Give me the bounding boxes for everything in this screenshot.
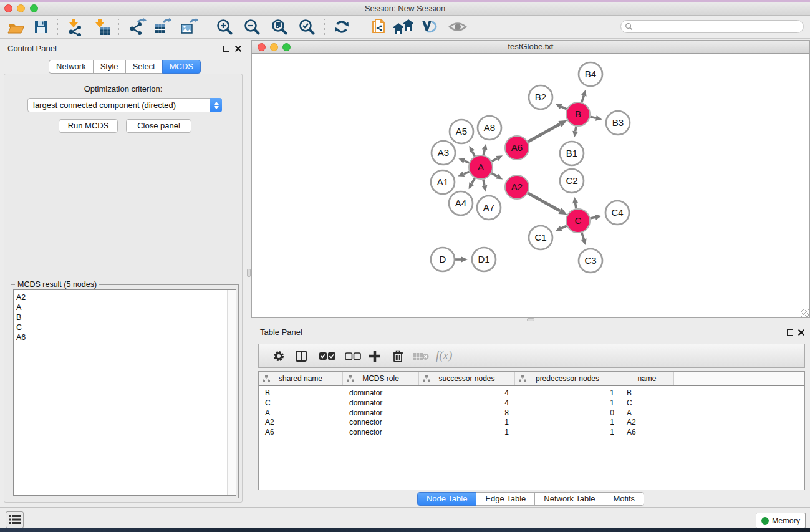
table-cell[interactable]: A bbox=[620, 409, 674, 418]
divider-handle[interactable] bbox=[247, 269, 251, 277]
table-cell[interactable]: connector bbox=[343, 428, 419, 438]
zoom-out-icon[interactable] bbox=[243, 18, 261, 36]
table-cell[interactable]: 1 bbox=[515, 389, 620, 399]
close-window-button[interactable] bbox=[4, 4, 12, 12]
tab-network[interactable]: Network bbox=[49, 60, 94, 74]
table-cell[interactable]: 8 bbox=[419, 409, 515, 418]
export-image-icon[interactable] bbox=[180, 18, 198, 36]
graph-edge[interactable] bbox=[471, 178, 475, 184]
import-table-icon[interactable] bbox=[94, 18, 112, 36]
table-cell[interactable]: connector bbox=[343, 418, 419, 428]
show-graphics-details-icon[interactable] bbox=[448, 18, 465, 36]
search-input[interactable] bbox=[633, 22, 803, 31]
network-close-button[interactable] bbox=[258, 43, 266, 51]
resize-grip-icon[interactable] bbox=[801, 309, 809, 317]
tab-mcds[interactable]: MCDS bbox=[162, 60, 201, 74]
settings-gear-icon[interactable] bbox=[272, 350, 285, 365]
add-column-icon[interactable] bbox=[369, 350, 381, 365]
network-overview-icon[interactable] bbox=[393, 18, 410, 36]
graph-edge[interactable] bbox=[576, 127, 576, 132]
column-header-name[interactable]: name bbox=[620, 372, 674, 385]
zoom-selected-icon[interactable] bbox=[298, 18, 316, 36]
close-panel-icon[interactable] bbox=[235, 46, 241, 52]
graph-edge[interactable] bbox=[465, 161, 470, 163]
search-box[interactable] bbox=[620, 20, 804, 33]
unselect-all-icon[interactable] bbox=[345, 352, 361, 363]
table-cell[interactable]: A6 bbox=[259, 428, 343, 438]
table-row[interactable]: A2connector11A2 bbox=[259, 418, 804, 428]
table-cell[interactable]: A2 bbox=[620, 418, 674, 428]
mcds-result-item[interactable]: C bbox=[16, 322, 26, 332]
tab-style[interactable]: Style bbox=[93, 60, 126, 74]
graph-edge[interactable] bbox=[492, 158, 498, 162]
tab-network-table[interactable]: Network Table bbox=[534, 492, 604, 506]
table-row[interactable]: Cdominator41C bbox=[259, 399, 804, 409]
table-cell[interactable]: 0 bbox=[515, 409, 620, 418]
open-file-icon[interactable] bbox=[7, 18, 24, 36]
zoom-fit-icon[interactable] bbox=[271, 18, 288, 36]
vertical-split-divider[interactable] bbox=[246, 39, 251, 507]
export-network-icon[interactable] bbox=[129, 18, 147, 36]
memory-button[interactable]: Memory bbox=[756, 513, 806, 528]
table-cell[interactable]: A2 bbox=[259, 418, 343, 428]
table-cell[interactable]: 1 bbox=[419, 428, 515, 438]
zoom-in-icon[interactable] bbox=[216, 18, 233, 36]
close-panel-icon[interactable] bbox=[798, 329, 804, 336]
table-cell[interactable]: 1 bbox=[419, 418, 515, 428]
table-cell[interactable]: B bbox=[620, 389, 674, 399]
table-cell[interactable]: dominator bbox=[343, 409, 419, 418]
task-history-button[interactable] bbox=[6, 511, 24, 528]
table-cell[interactable]: dominator bbox=[343, 389, 419, 399]
select-all-icon[interactable] bbox=[319, 352, 335, 363]
table-cell[interactable]: 1 bbox=[515, 399, 620, 409]
graph-edge[interactable] bbox=[472, 152, 475, 157]
close-panel-button[interactable]: Close panel bbox=[126, 119, 191, 133]
graph-edge[interactable] bbox=[576, 203, 576, 209]
table-row[interactable]: Adominator80A bbox=[259, 409, 804, 418]
graph-edge[interactable] bbox=[492, 173, 498, 177]
table-cell[interactable]: 4 bbox=[419, 389, 515, 399]
minimize-window-button[interactable] bbox=[17, 4, 25, 12]
column-header-predecessor-nodes[interactable]: predecessor nodes bbox=[515, 372, 620, 385]
graph-edge[interactable] bbox=[464, 172, 470, 173]
graph-edge[interactable] bbox=[582, 95, 584, 102]
table-cell[interactable]: C bbox=[620, 399, 674, 409]
delete-column-icon[interactable] bbox=[392, 350, 404, 365]
graph-edge[interactable] bbox=[561, 107, 567, 109]
network-minimize-button[interactable] bbox=[270, 43, 278, 51]
table-row[interactable]: Bdominator41B bbox=[259, 389, 804, 399]
float-panel-icon[interactable] bbox=[787, 329, 793, 336]
column-header-shared-name[interactable]: shared name bbox=[259, 372, 343, 385]
table-cell[interactable]: B bbox=[259, 389, 343, 399]
import-network-icon[interactable] bbox=[66, 18, 84, 36]
network-window-titlebar[interactable]: testGlobe.txt bbox=[251, 40, 810, 54]
network-canvas[interactable]: B4B2BB3A5A8A6A3AB1A1A2C2A4A7C4CC1C3DD1 bbox=[251, 54, 810, 318]
export-table-icon[interactable] bbox=[153, 18, 171, 36]
graph-edge[interactable] bbox=[561, 226, 567, 228]
maximize-window-button[interactable] bbox=[30, 4, 38, 12]
tab-motifs[interactable]: Motifs bbox=[604, 492, 644, 506]
mcds-result-item[interactable]: A bbox=[16, 302, 26, 312]
column-view-icon[interactable] bbox=[295, 350, 307, 365]
tab-node-table[interactable]: Node Table bbox=[417, 492, 477, 506]
column-header-successor-nodes[interactable]: successor nodes bbox=[419, 372, 515, 385]
mcds-result-item[interactable]: B bbox=[16, 312, 26, 322]
table-cell[interactable]: 1 bbox=[515, 418, 620, 428]
graph-edge[interactable] bbox=[591, 117, 596, 118]
table-cell[interactable]: C bbox=[259, 399, 343, 409]
table-row[interactable]: A6connector11A6 bbox=[259, 428, 804, 438]
table-cell[interactable]: A6 bbox=[620, 428, 674, 438]
table-cell[interactable]: A bbox=[259, 409, 343, 418]
graph-edge[interactable] bbox=[591, 217, 595, 218]
scrollbar-track[interactable] bbox=[227, 290, 236, 495]
graph-edge[interactable] bbox=[483, 150, 485, 155]
table-cell[interactable]: 4 bbox=[419, 399, 515, 409]
divider-handle[interactable] bbox=[527, 318, 534, 321]
run-mcds-button[interactable]: Run MCDS bbox=[59, 119, 118, 133]
graph-edge[interactable] bbox=[582, 233, 584, 239]
style-vizmapper-icon[interactable] bbox=[420, 18, 438, 36]
graph-edge[interactable] bbox=[483, 180, 485, 186]
float-panel-icon[interactable] bbox=[223, 46, 229, 52]
tab-edge-table[interactable]: Edge Table bbox=[476, 492, 535, 506]
save-session-icon[interactable] bbox=[32, 18, 50, 36]
